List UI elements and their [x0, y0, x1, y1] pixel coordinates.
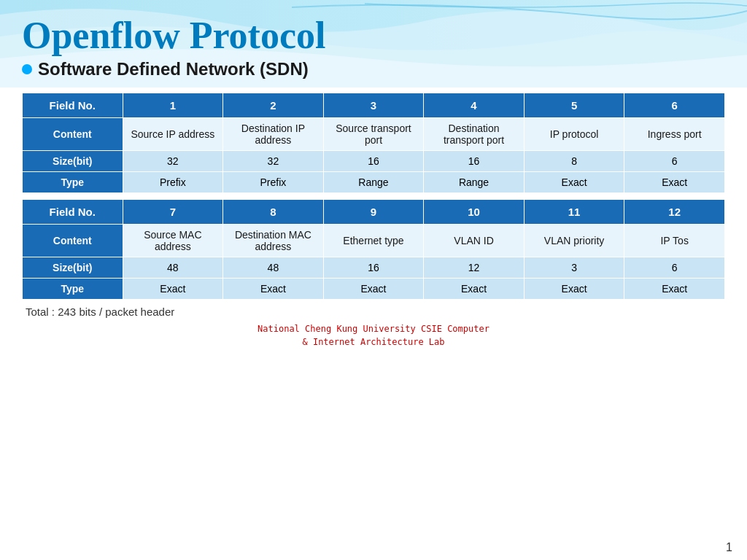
bullet-icon — [22, 64, 32, 74]
table1-col6-content: Ingress port — [624, 118, 725, 151]
table2-col6-content: IP Tos — [624, 225, 725, 257]
table2-col6-size: 6 — [624, 257, 725, 279]
table1-col3-type: Range — [323, 172, 424, 193]
table2-col2-type: Exact — [223, 279, 324, 300]
table-2: Field No. 7 8 9 10 11 12 Content Source … — [22, 199, 725, 300]
table1-col2-type: Prefix — [223, 172, 324, 193]
table1-col3-size: 16 — [323, 151, 424, 172]
table1-content-label: Content — [23, 118, 123, 151]
table1-type-label: Type — [23, 172, 123, 193]
table2-col3-field: 9 — [323, 200, 424, 225]
table2-type-label: Type — [23, 279, 123, 300]
table2-col5-content: VLAN priority — [524, 225, 624, 257]
table2-col4-type: Exact — [424, 279, 525, 300]
table1-field-label: Field No. — [23, 93, 123, 118]
page-title: Openflow Protocol — [22, 15, 725, 56]
table1-col5-content: IP protocol — [524, 118, 624, 151]
table2-col5-size: 3 — [524, 257, 624, 279]
table1-col2-field: 2 — [223, 93, 324, 118]
table2-col6-type: Exact — [624, 279, 725, 300]
table2-col4-field: 10 — [424, 200, 525, 225]
table1-col1-content: Source IP address — [123, 118, 223, 151]
table1-col1-type: Prefix — [123, 172, 223, 193]
table2-col1-size: 48 — [123, 257, 223, 279]
table1-col3-field: 3 — [323, 93, 424, 118]
table1-col6-field: 6 — [624, 93, 725, 118]
university-line2: & Internet Architecture Lab — [302, 337, 444, 347]
table2-col3-content: Ethernet type — [323, 225, 424, 257]
subtitle-text: Software Defined Network (SDN) — [38, 59, 309, 79]
table1-col2-size: 32 — [223, 151, 324, 172]
table1-col6-size: 6 — [624, 151, 725, 172]
table2-col5-type: Exact — [524, 279, 624, 300]
table1-size-label: Size(bit) — [23, 151, 123, 172]
table1-col3-content: Source transport port — [323, 118, 424, 151]
table2-field-label: Field No. — [23, 200, 123, 225]
table1-col5-type: Exact — [524, 172, 624, 193]
table1-col5-field: 5 — [524, 93, 624, 118]
table2-col4-content: VLAN ID — [424, 225, 525, 257]
footer-total: Total : 243 bits / packet header — [22, 306, 725, 318]
table1-col1-field: 1 — [123, 93, 223, 118]
table2-col1-type: Exact — [123, 279, 223, 300]
table2-col2-field: 8 — [223, 200, 324, 225]
table1-col2-content: Destination IP address — [223, 118, 324, 151]
table-1: Field No. 1 2 3 4 5 6 Content Source IP … — [22, 93, 725, 193]
table1-col4-size: 16 — [424, 151, 525, 172]
page-number: 1 — [726, 541, 732, 554]
table2-size-label: Size(bit) — [23, 257, 123, 279]
table1-col5-size: 8 — [524, 151, 624, 172]
table2-col2-size: 48 — [223, 257, 324, 279]
table1-col4-field: 4 — [424, 93, 525, 118]
table1-col6-type: Exact — [624, 172, 725, 193]
table2-col6-field: 12 — [624, 200, 725, 225]
table2-content-label: Content — [23, 225, 123, 257]
table2-col2-content: Destination MAC address — [223, 225, 324, 257]
table2-col4-size: 12 — [424, 257, 525, 279]
table1-col4-type: Range — [424, 172, 525, 193]
table1-col4-content: Destination transport port — [424, 118, 525, 151]
table2-col1-field: 7 — [123, 200, 223, 225]
university-line1: National Cheng Kung University CSIE Comp… — [258, 324, 489, 334]
table2-col3-type: Exact — [323, 279, 424, 300]
tables-container: Field No. 1 2 3 4 5 6 Content Source IP … — [22, 93, 725, 300]
footer-university: National Cheng Kung University CSIE Comp… — [22, 322, 725, 349]
table2-col1-content: Source MAC address — [123, 225, 223, 257]
table1-col1-size: 32 — [123, 151, 223, 172]
table2-col5-field: 11 — [524, 200, 624, 225]
table2-col3-size: 16 — [323, 257, 424, 279]
